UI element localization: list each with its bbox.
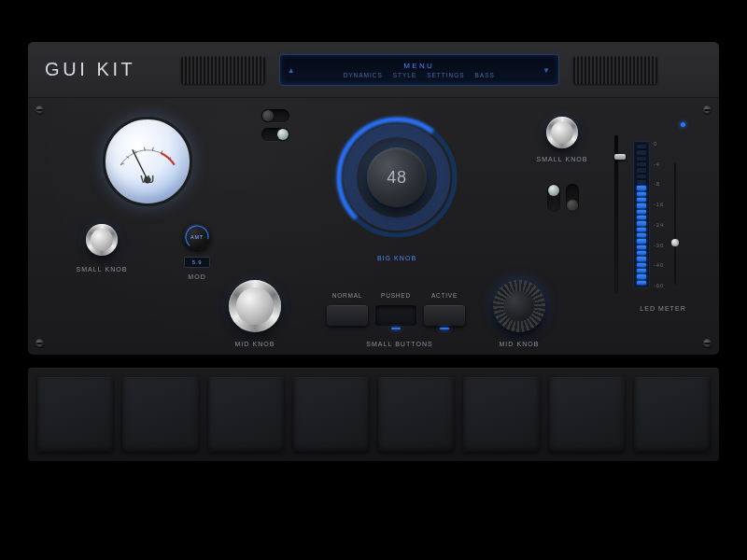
- drum-pad[interactable]: [122, 377, 198, 452]
- button-normal[interactable]: NORMAL: [327, 305, 368, 326]
- led-segment: [637, 251, 646, 255]
- screw-icon: [35, 339, 44, 347]
- led-segment: [637, 198, 646, 202]
- small-knob-right[interactable]: [546, 117, 578, 148]
- big-knob-value: 48: [367, 147, 427, 207]
- screw-icon: [35, 105, 44, 114]
- vu-label: VU: [140, 175, 155, 185]
- fader-thumb[interactable]: [614, 154, 626, 160]
- led-segment: [637, 162, 646, 166]
- mid-knob-left[interactable]: [229, 280, 281, 332]
- led-segment: [637, 239, 646, 243]
- drum-pad[interactable]: [208, 377, 284, 452]
- toggle-switch-2[interactable]: [261, 128, 289, 141]
- led-segment: [637, 175, 646, 178]
- led-segment: [637, 192, 646, 196]
- led-segment: [637, 186, 646, 189]
- scale-tick: 0: [654, 141, 664, 147]
- button-led-icon: [440, 328, 449, 329]
- scale-tick: -24: [654, 222, 664, 228]
- menu-prev-icon[interactable]: ▲: [288, 65, 296, 74]
- screw-icon: [703, 105, 712, 114]
- led-segment: [637, 210, 646, 214]
- drum-pad[interactable]: [463, 377, 539, 452]
- small-knob-left[interactable]: [86, 224, 118, 256]
- button-active[interactable]: ACTIVE: [424, 305, 465, 326]
- button-label: ACTIVE: [431, 292, 458, 299]
- led-meter-label: LED METER: [640, 305, 686, 312]
- led-segment: [637, 274, 646, 278]
- led-meter: [633, 141, 650, 288]
- led-segment: [637, 150, 646, 154]
- vtoggle-2[interactable]: [566, 184, 579, 212]
- button-label: PUSHED: [381, 292, 411, 299]
- mid-knob-left-label: MID KNOB: [234, 341, 275, 347]
- button-pushed[interactable]: PUSHED: [375, 305, 416, 326]
- led-segment: [637, 281, 646, 285]
- app-title: GUI KIT: [45, 59, 135, 80]
- led-segment: [637, 203, 646, 207]
- menu-item[interactable]: DYNAMICS: [344, 72, 383, 78]
- menu-item[interactable]: SETTINGS: [427, 72, 464, 78]
- fader-track[interactable]: [614, 135, 618, 294]
- mod-label: MOD: [188, 273, 205, 280]
- button-led-icon: [391, 328, 401, 329]
- header: GUI KIT ▲ MENU DYNAMICS STYLE SETTINGS B…: [28, 42, 719, 98]
- scale-tick: -60: [654, 283, 664, 288]
- scale-tick: -4: [654, 161, 664, 167]
- scale-tick: -16: [654, 202, 664, 207]
- menu-item[interactable]: BASS: [475, 72, 495, 78]
- small-knob-right-label: SMALL KNOB: [537, 156, 588, 162]
- led-segment: [637, 269, 646, 273]
- big-knob-label: BIG KNOB: [377, 255, 416, 261]
- button-label: NORMAL: [332, 292, 363, 299]
- big-knob[interactable]: 48: [327, 107, 467, 247]
- scale-tick: -8: [654, 181, 664, 187]
- svg-line-4: [152, 147, 153, 151]
- drum-pad[interactable]: [37, 377, 113, 452]
- led-segment: [637, 157, 646, 161]
- mini-slider[interactable]: [674, 163, 676, 285]
- menu-items: DYNAMICS STYLE SETTINGS BASS: [344, 72, 495, 78]
- speaker-grille-right: [573, 56, 657, 84]
- meter-scale: 0-4-8-16-24-30-40-60: [654, 141, 664, 288]
- menu-next-icon[interactable]: ▼: [543, 65, 551, 74]
- menu-display[interactable]: ▲ MENU DYNAMICS STYLE SETTINGS BASS ▼: [279, 54, 559, 86]
- menu-item[interactable]: STYLE: [393, 72, 416, 78]
- mini-slider-thumb[interactable]: [671, 239, 679, 246]
- led-segment: [637, 233, 646, 237]
- drum-pad[interactable]: [549, 377, 625, 452]
- led-segment: [637, 263, 646, 267]
- mod-amt-label: AMT: [190, 234, 204, 240]
- scale-tick: -30: [654, 243, 664, 248]
- mod-readout: 5.9: [184, 257, 210, 268]
- button-group: NORMAL PUSHED ACTIVE: [327, 305, 465, 326]
- scale-tick: -40: [654, 262, 664, 268]
- toggle-switch-1[interactable]: [261, 109, 289, 122]
- mod-knob[interactable]: AMT: [184, 224, 210, 250]
- led-indicator-icon: [681, 122, 685, 127]
- screw-icon: [703, 339, 712, 347]
- pad-row: [28, 368, 719, 461]
- led-segment: [637, 180, 646, 184]
- led-segment: [637, 245, 646, 249]
- main-panel: GUI KIT ▲ MENU DYNAMICS STYLE SETTINGS B…: [28, 42, 719, 355]
- led-segment: [637, 216, 646, 219]
- menu-title: MENU: [403, 62, 434, 70]
- led-segment: [637, 145, 646, 148]
- speaker-grille-left: [181, 56, 265, 84]
- small-knob-left-label: SMALL KNOB: [77, 266, 128, 273]
- vtoggle-1[interactable]: [547, 184, 560, 212]
- drum-pad[interactable]: [293, 377, 369, 452]
- led-segment: [637, 221, 646, 225]
- drum-pad[interactable]: [378, 377, 454, 452]
- mid-knob-right-label: MID KNOB: [499, 341, 539, 347]
- drum-pad[interactable]: [634, 377, 710, 452]
- mid-knob-right[interactable]: [493, 280, 545, 332]
- led-segment: [637, 257, 646, 260]
- led-segment: [637, 168, 646, 172]
- panel-body: VU SMALL KNOB AMT 5.9 MOD 48 BIG KN: [28, 98, 719, 355]
- button-group-label: SMALL BUTTONS: [366, 341, 433, 347]
- led-segment: [637, 228, 646, 231]
- led-meter-area: 0-4-8-16-24-30-40-60: [611, 135, 691, 313]
